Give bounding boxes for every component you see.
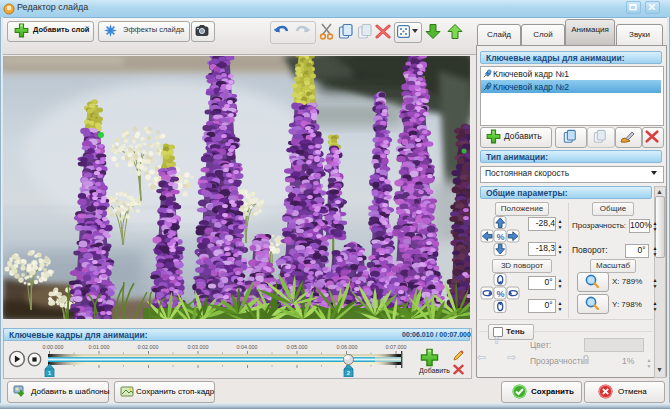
svg-text:0:05.000: 0:05.000 (287, 344, 308, 350)
svg-text:0:07.000: 0:07.000 (386, 344, 407, 350)
svg-text:0:01.000: 0:01.000 (89, 344, 110, 350)
svg-text:0:02.000: 0:02.000 (138, 344, 159, 350)
svg-text:0:06.000: 0:06.000 (337, 344, 358, 350)
svg-text:0:04.000: 0:04.000 (237, 344, 258, 350)
svg-text:%: % (496, 232, 504, 242)
svg-text:0:00.000: 0:00.000 (43, 344, 64, 350)
svg-text:0:03.000: 0:03.000 (188, 344, 209, 350)
svg-text:%: % (496, 289, 504, 299)
